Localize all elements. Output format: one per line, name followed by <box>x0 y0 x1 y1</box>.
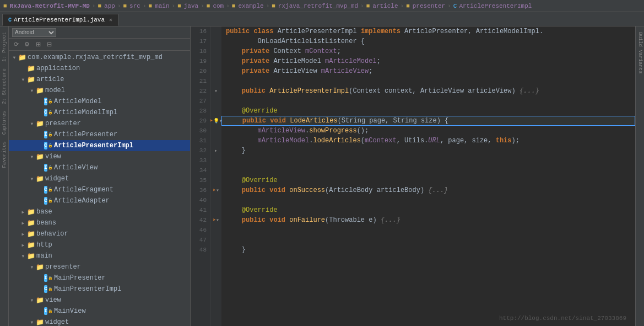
line-number: 17 <box>191 36 210 46</box>
fold-open-icon[interactable]: ▾ <box>216 217 219 223</box>
code-token: ArticlePresenter, ArticleModelImpl. <box>404 28 543 35</box>
project-tab[interactable]: 1: Project <box>2 29 7 65</box>
class-icon: C🔒 <box>44 185 53 194</box>
tree-label: ArticleView <box>54 164 98 172</box>
code-content: 1617181920212227282930313233343536404142… <box>191 26 635 326</box>
tree-item-ArticleAdapter[interactable]: C🔒ArticleAdapter <box>9 195 190 206</box>
tree-item-ArticleModel[interactable]: I🔒ArticleModel <box>9 96 190 107</box>
tree-item-MainPresenterImpl[interactable]: C🔒MainPresenterImpl <box>9 284 190 295</box>
tree-item-behavior[interactable]: ▶📁behavior <box>9 228 190 239</box>
android-selector[interactable]: Android Project <box>12 28 56 37</box>
code-line <box>221 225 635 235</box>
code-token: (String page, String size) <box>338 117 445 125</box>
tree-item-MainPresenter[interactable]: I🔒MainPresenter <box>9 272 190 284</box>
gutter-cell <box>210 136 221 146</box>
class-icon: C🔒 <box>44 285 53 293</box>
gutter-cell <box>210 225 221 235</box>
tree-item-main-presenter[interactable]: ▼📁presenter <box>9 261 190 272</box>
tree-label: base <box>36 208 52 216</box>
tree-item-application[interactable]: 📁application <box>9 63 190 74</box>
tree-label: ArticleAdapter <box>54 197 110 205</box>
code-token <box>226 206 242 214</box>
fold-open-icon[interactable]: ▾ <box>216 187 219 194</box>
collapse-button[interactable]: ⊟ <box>44 40 54 50</box>
gutter-cell: ▸ <box>210 146 221 156</box>
tree-label: MainView <box>54 307 86 315</box>
line-number: 18 <box>191 46 210 56</box>
tree-item-ArticleView[interactable]: I🔒ArticleView <box>9 162 190 173</box>
tree-arrow: ▼ <box>29 154 35 159</box>
tree-item-beans[interactable]: ▶📁beans <box>9 217 190 228</box>
code-lines[interactable]: public class ArticlePresenterImpl implem… <box>221 26 635 326</box>
interface-icon: I🔒 <box>44 274 53 282</box>
tree-item-article[interactable]: ▼📁article <box>9 74 190 85</box>
tree-item-main-view[interactable]: ▼📁view <box>9 295 190 306</box>
line-number: 20 <box>191 66 210 76</box>
gutter-cell: ➤▾ <box>210 185 221 195</box>
code-line <box>221 195 635 205</box>
tree-arrow: ▶ <box>20 210 26 215</box>
folder-icon: 📁 <box>35 152 44 161</box>
folder-icon: 📁 <box>35 263 44 271</box>
tree-label: widget <box>45 318 69 326</box>
tree-item-ArticlePresenter[interactable]: I🔒ArticlePresenter <box>9 129 190 140</box>
tree-item-com-pkg[interactable]: ▼📁com.example.rxjava_retrofit_mvp_md <box>9 52 190 63</box>
folder-icon: 📁 <box>18 53 26 62</box>
structure-tab[interactable]: 2: Structure <box>2 65 7 108</box>
tree-item-ArticleModelImpl[interactable]: C🔒ArticleModelImpl <box>9 107 190 118</box>
tree-label: ArticleModelImpl <box>54 109 117 116</box>
code-token: mArticleModel <box>325 57 377 65</box>
code-line: mArticleModel.lodeArticles(mContext, Uti… <box>221 136 635 146</box>
code-line: public ArticlePresenterImpl(Context cont… <box>221 86 635 96</box>
fold-close-icon[interactable]: ▸ <box>214 147 218 154</box>
gutter-cell <box>210 76 221 86</box>
gutter-cell <box>210 66 221 76</box>
title-java: java <box>184 3 198 9</box>
code-editor[interactable]: 1617181920212227282930313233343536404142… <box>191 26 635 326</box>
tree-arrow: ▶ <box>20 243 26 248</box>
sync-button[interactable]: ⟳ <box>11 40 21 50</box>
tree-item-model-folder[interactable]: ▼📁model <box>9 85 190 96</box>
fold-open-icon[interactable]: ▾ <box>214 88 218 94</box>
captures-tab[interactable]: Captures <box>2 108 7 138</box>
line-number: 33 <box>191 156 210 165</box>
code-token: ArticleView <box>273 67 321 75</box>
folder-icon: 📁 <box>26 207 35 216</box>
expand-button[interactable]: ⊞ <box>33 40 43 50</box>
tree-item-view-folder[interactable]: ▼📁view <box>9 151 190 162</box>
favorites-tab[interactable]: Favorites <box>2 138 7 172</box>
code-token: @Override <box>242 177 278 184</box>
tree-label: application <box>36 65 80 72</box>
java-icon: ■ <box>177 3 181 9</box>
tree-arrow: ▶ <box>20 232 26 237</box>
code-token: public <box>242 216 269 224</box>
code-token: OnLoadArticleListListener { <box>226 38 365 45</box>
tree-item-base[interactable]: ▶📁base <box>9 206 190 217</box>
tree-item-widget-folder[interactable]: ▼📁widget <box>9 173 190 184</box>
line-number: 19 <box>191 56 210 66</box>
gutter: ▾➤💡▾▸➤▾➤▾ <box>210 26 221 326</box>
tree-item-ArticlePresenterImpl[interactable]: C🔒ArticlePresenterImpl <box>9 140 190 151</box>
code-token: public <box>242 87 269 95</box>
folder-icon: 📁 <box>26 218 35 227</box>
code-token: public <box>242 117 270 125</box>
code-token <box>226 137 258 145</box>
tree-item-main[interactable]: ▼📁main <box>9 250 190 261</box>
tab-close-button[interactable]: ✕ <box>109 17 112 23</box>
tree-item-presenter-folder[interactable]: ▼📁presenter <box>9 118 190 129</box>
tree-item-MainView[interactable]: I🔒MainView <box>9 306 190 317</box>
code-token <box>226 117 242 125</box>
code-token: {...} <box>519 87 539 95</box>
gutter-cell <box>210 165 221 175</box>
tree-item-main-widget[interactable]: ▼📁widget <box>9 317 190 326</box>
presenter-icon: ■ <box>406 3 410 9</box>
code-line <box>221 235 635 245</box>
bulb-icon[interactable]: 💡 <box>213 118 219 124</box>
settings-button[interactable]: ⚙ <box>22 40 32 50</box>
gutter-cell <box>210 235 221 245</box>
tree-label: MainPresenterImpl <box>54 285 121 293</box>
tree-item-http[interactable]: ▶📁http <box>9 239 190 250</box>
tab-article-presenter-impl[interactable]: C ArticlePresenterImpl.java ✕ <box>2 14 118 26</box>
build-variants-tab[interactable]: Build Variants <box>637 29 643 77</box>
tree-item-ArticleFragment[interactable]: C🔒ArticleFragment <box>9 184 190 195</box>
